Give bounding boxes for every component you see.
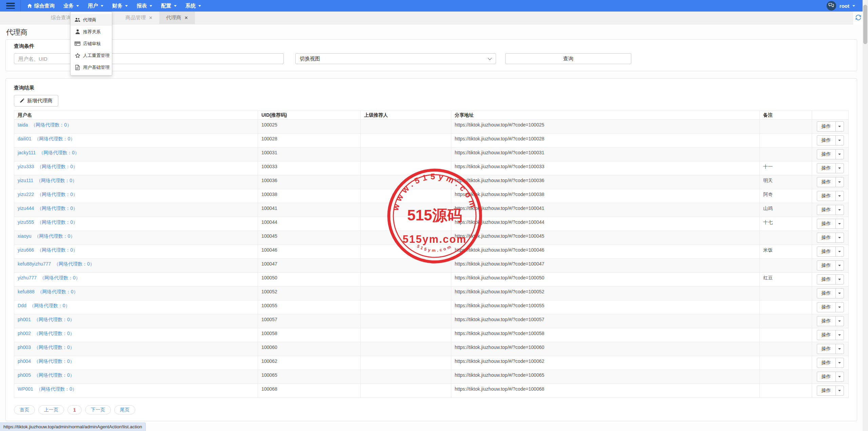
action-dropdown-toggle[interactable] [835, 358, 844, 368]
navbar-menu-item[interactable]: 综合查询 [23, 0, 59, 12]
action-dropdown-toggle[interactable] [835, 233, 844, 243]
action-dropdown-toggle[interactable] [835, 247, 844, 257]
action-dropdown-toggle[interactable] [835, 135, 844, 145]
username-link[interactable]: kefu888 [18, 289, 35, 294]
action-dropdown-toggle[interactable] [835, 219, 844, 229]
search-button[interactable]: 查询 [505, 53, 631, 64]
chevron-down-icon [838, 209, 841, 211]
action-dropdown-toggle[interactable] [835, 386, 844, 396]
scrollbar-thumb[interactable] [863, 5, 867, 44]
username-link[interactable]: ph001 [18, 317, 31, 322]
user-menu-item[interactable]: 用户基础管理 [71, 61, 112, 73]
action-button[interactable]: 操作 [817, 288, 836, 298]
vertical-scrollbar[interactable] [863, 0, 868, 431]
username-cell: xiaoyu（网络代理数：0） [14, 231, 258, 245]
action-dropdown-toggle[interactable] [835, 372, 844, 382]
pagination-button[interactable]: 下一页 [85, 405, 111, 414]
username-link[interactable]: taida [18, 122, 28, 128]
action-button[interactable]: 操作 [817, 149, 836, 159]
action-button[interactable]: 操作 [817, 177, 836, 187]
username-link[interactable]: yizu111 [18, 178, 33, 183]
pagination-button[interactable]: 尾页 [114, 405, 135, 414]
uid-cell: 100062 [258, 356, 361, 370]
tab[interactable]: 代理商✕ [159, 12, 195, 24]
action-button[interactable]: 操作 [817, 121, 836, 132]
navbar-menu-item[interactable]: 用户 [83, 0, 108, 12]
pagination-button[interactable]: 1 [67, 405, 82, 414]
action-dropdown-toggle[interactable] [835, 288, 844, 298]
pagination-button[interactable]: 首页 [14, 405, 35, 414]
action-button[interactable]: 操作 [817, 358, 836, 368]
action-dropdown-toggle[interactable] [835, 302, 844, 312]
view-select[interactable]: 切换视图 [295, 53, 496, 64]
table-header-row: 用户名UID(推荐码)上级推荐人分享地址备注 [14, 111, 849, 120]
username-link[interactable]: jacky111 [18, 150, 36, 155]
action-button[interactable]: 操作 [817, 247, 836, 257]
username-link[interactable]: ph005 [18, 372, 31, 378]
user-icon [75, 29, 80, 34]
action-dropdown-toggle[interactable] [835, 260, 844, 271]
action-button[interactable]: 操作 [817, 302, 836, 312]
username-link[interactable]: Ddd [18, 303, 26, 308]
action-button[interactable]: 操作 [817, 274, 836, 285]
close-icon[interactable]: ✕ [149, 15, 153, 20]
tab[interactable]: 商品管理✕ [119, 12, 159, 24]
navbar-menu-item[interactable]: 财务 [108, 0, 132, 12]
action-button[interactable]: 操作 [817, 135, 836, 145]
username-link[interactable]: ph003 [18, 345, 31, 350]
refresh-icon[interactable] [855, 15, 861, 22]
user-menu-item[interactable]: 代理商 [71, 14, 112, 26]
navbar-menu-item[interactable]: 配置 [157, 0, 181, 12]
action-button[interactable]: 操作 [817, 191, 836, 201]
user-menu-item[interactable]: 店铺审核 [71, 38, 112, 50]
user-menu-toggle[interactable]: root [840, 3, 855, 9]
action-button[interactable]: 操作 [817, 386, 836, 396]
username-link[interactable]: ph002 [18, 331, 31, 336]
action-button[interactable]: 操作 [817, 372, 836, 382]
action-dropdown-toggle[interactable] [835, 163, 844, 173]
action-button-group: 操作 [817, 205, 844, 215]
username-link[interactable]: WP001 [18, 386, 33, 392]
pagination-button[interactable]: 上一页 [38, 405, 64, 414]
close-icon[interactable]: ✕ [184, 15, 188, 20]
avatar[interactable] [827, 1, 836, 11]
action-button[interactable]: 操作 [817, 219, 836, 229]
action-dropdown-toggle[interactable] [835, 149, 844, 159]
username-link[interactable]: kefu88yizhu777 [18, 261, 51, 267]
username-link[interactable]: yizu666 [18, 247, 34, 253]
add-agent-button[interactable]: 新增代理商 [14, 95, 58, 106]
username-link[interactable]: yizhu777 [18, 275, 37, 280]
username-link[interactable]: xiaoyu [18, 233, 31, 239]
action-dropdown-toggle[interactable] [835, 274, 844, 285]
action-dropdown-toggle[interactable] [835, 330, 844, 340]
navbar-menu-item[interactable]: 业务 [59, 0, 83, 12]
chevron-down-icon [838, 362, 841, 364]
action-button[interactable]: 操作 [817, 344, 836, 354]
action-button[interactable]: 操作 [817, 260, 836, 271]
user-menu-item[interactable]: 人工重置管理 [71, 50, 112, 61]
action-dropdown-toggle[interactable] [835, 191, 844, 201]
add-agent-label: 新增代理商 [27, 98, 53, 104]
action-dropdown-toggle[interactable] [835, 344, 844, 354]
action-dropdown-toggle[interactable] [835, 205, 844, 215]
action-button[interactable]: 操作 [817, 330, 836, 340]
action-button[interactable]: 操作 [817, 163, 836, 173]
action-dropdown-toggle[interactable] [835, 177, 844, 187]
username-link[interactable]: yizu444 [18, 205, 34, 211]
username-link[interactable]: ph004 [18, 358, 31, 364]
username-link[interactable]: yizu333 [18, 164, 34, 169]
action-dropdown-toggle[interactable] [835, 316, 844, 326]
keyword-input[interactable] [14, 53, 284, 64]
action-button[interactable]: 操作 [817, 316, 836, 326]
username-link[interactable]: yizu222 [18, 192, 34, 197]
username-link[interactable]: yizu555 [18, 219, 34, 225]
action-dropdown-toggle[interactable] [835, 121, 844, 132]
user-menu-item[interactable]: 推荐关系 [71, 26, 112, 38]
action-cell: 操作 [812, 314, 849, 328]
username-link[interactable]: daili01 [18, 136, 31, 141]
action-button[interactable]: 操作 [817, 205, 836, 215]
hamburger-icon[interactable] [6, 3, 15, 9]
navbar-menu-item[interactable]: 系统 [181, 0, 205, 12]
action-button[interactable]: 操作 [817, 233, 836, 243]
navbar-menu-item[interactable]: 报表 [132, 0, 157, 12]
